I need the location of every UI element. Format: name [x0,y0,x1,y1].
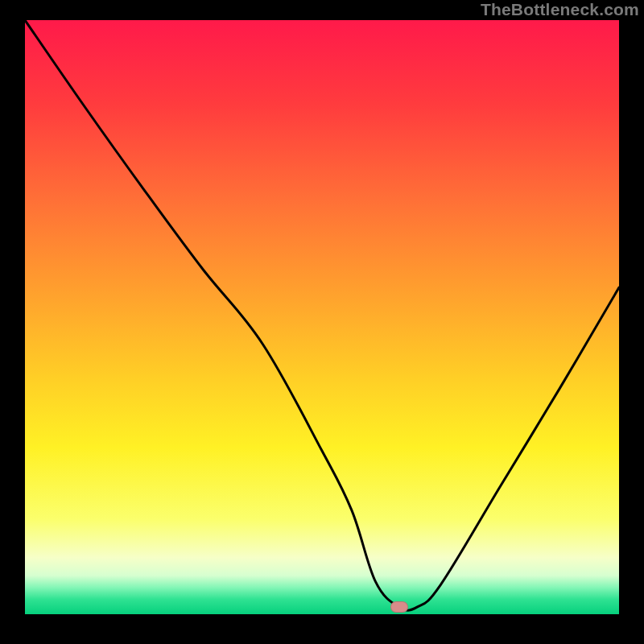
curve-svg [25,20,619,614]
optimal-marker [390,601,408,613]
bottleneck-curve [25,20,619,610]
plot-area [25,20,619,614]
attribution-text: TheBottleneck.com [481,0,639,19]
